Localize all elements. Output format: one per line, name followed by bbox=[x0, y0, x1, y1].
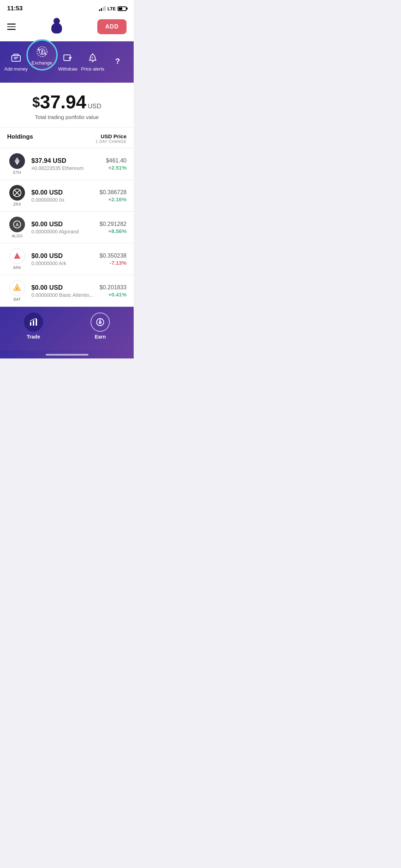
svg-rect-20 bbox=[33, 320, 34, 326]
bottom-nav-earn[interactable]: $ Earn bbox=[86, 312, 114, 340]
algo-usd: $0.00 USD bbox=[31, 221, 99, 228]
ark-usd: $0.00 USD bbox=[31, 252, 99, 260]
ark-price: $0.350238 bbox=[99, 253, 127, 259]
bat-change: +0.41% bbox=[99, 291, 127, 298]
logo-figure bbox=[50, 18, 64, 36]
svg-rect-21 bbox=[36, 319, 37, 326]
bat-label: BAT bbox=[14, 297, 21, 301]
portfolio-amount: 37.94 bbox=[40, 92, 86, 112]
ark-icon-wrapper: ARK bbox=[7, 248, 27, 270]
withdraw-icon bbox=[61, 51, 74, 64]
svg-rect-1 bbox=[14, 57, 18, 58]
ark-label: ARK bbox=[13, 265, 21, 270]
portfolio-area: $37.94USD Total trading portfolio value bbox=[0, 83, 134, 128]
zrx-icon-wrapper: ZRX bbox=[7, 185, 27, 206]
add-money-icon bbox=[10, 51, 22, 64]
holdings-column1: Holdings bbox=[7, 133, 33, 140]
ark-icon bbox=[9, 248, 25, 264]
zrx-amount: 0.00000000 0x bbox=[31, 197, 99, 203]
exchange-label: Exchange bbox=[32, 60, 52, 66]
eth-price: $461.40 bbox=[106, 157, 127, 164]
portfolio-currency: USD bbox=[88, 103, 101, 110]
svg-text:A: A bbox=[16, 222, 19, 227]
algo-icon-wrapper: A ALGO bbox=[7, 217, 27, 238]
bottom-nav: Trade $ Earn bbox=[0, 307, 134, 350]
svg-point-24 bbox=[99, 319, 101, 321]
eth-icon-wrapper: ETH bbox=[7, 153, 27, 175]
bat-price-area: $0.201833 +0.41% bbox=[99, 284, 127, 298]
algo-price-area: $0.291282 +8.56% bbox=[99, 221, 127, 234]
nav-item-price-alerts[interactable]: $ Price alerts bbox=[80, 51, 105, 72]
battery-icon bbox=[118, 6, 127, 11]
home-bar bbox=[46, 354, 88, 356]
eth-label: ETH bbox=[13, 170, 21, 175]
algo-details: $0.00 USD 0.00000000 Algorand bbox=[31, 221, 99, 234]
logo-body bbox=[51, 23, 62, 33]
eth-change: +2.51% bbox=[106, 165, 127, 171]
svg-text:$: $ bbox=[92, 56, 93, 59]
exchange-icon: ₿ bbox=[35, 45, 49, 59]
bottom-nav-trade[interactable]: Trade bbox=[19, 312, 48, 340]
holdings-header: Holdings USD Price 1 DAY CHANGE bbox=[0, 128, 134, 148]
earn-label: Earn bbox=[95, 334, 106, 340]
price-header: USD Price 1 DAY CHANGE bbox=[96, 133, 127, 144]
algo-amount: 0.00000000 Algorand bbox=[31, 229, 99, 234]
earn-icon-circle: $ bbox=[91, 312, 110, 332]
nav-banner: Add money ₿ Exchange bbox=[0, 41, 134, 83]
ark-change: -7.13% bbox=[99, 260, 127, 266]
nav-item-help[interactable]: ? bbox=[105, 55, 130, 68]
add-money-label: Add money bbox=[4, 66, 28, 72]
svg-text:₿: ₿ bbox=[41, 50, 43, 55]
eth-details: $37.94 USD ≡0.08223535 Ethereum bbox=[31, 157, 106, 171]
trade-icon-circle bbox=[24, 312, 43, 332]
price-header-main: USD Price bbox=[96, 133, 127, 139]
holding-row-ark[interactable]: ARK $0.00 USD 0.00000000 Ark $0.350238 -… bbox=[0, 243, 134, 275]
logo bbox=[50, 18, 64, 36]
status-icons: LTE bbox=[99, 6, 127, 11]
portfolio-label: Total trading portfolio value bbox=[7, 114, 127, 120]
bat-price: $0.201833 bbox=[99, 284, 127, 291]
svg-point-7 bbox=[92, 53, 93, 55]
eth-usd: $37.94 USD bbox=[31, 157, 106, 165]
bat-icon bbox=[9, 280, 25, 296]
status-time: 11:53 bbox=[7, 5, 22, 12]
add-button[interactable]: ADD bbox=[97, 19, 127, 34]
screen: 11:53 LTE ADD bbox=[0, 0, 134, 358]
price-alerts-icon: $ bbox=[86, 51, 99, 64]
svg-rect-19 bbox=[30, 322, 31, 326]
nav-item-add-money[interactable]: Add money bbox=[4, 51, 29, 72]
holding-row-eth[interactable]: ETH $37.94 USD ≡0.08223535 Ethereum $461… bbox=[0, 148, 134, 180]
zrx-price: $0.386728 bbox=[99, 189, 127, 196]
zrx-icon bbox=[9, 185, 25, 201]
ark-details: $0.00 USD 0.00000000 Ark bbox=[31, 252, 99, 266]
bat-amount: 0.00000000 Basic Attentio... bbox=[31, 292, 99, 298]
algo-label: ALGO bbox=[12, 234, 23, 238]
ark-price-area: $0.350238 -7.13% bbox=[99, 253, 127, 266]
portfolio-value: $37.94USD bbox=[7, 93, 127, 111]
dollar-sign: $ bbox=[32, 95, 40, 109]
algo-price: $0.291282 bbox=[99, 221, 127, 227]
menu-button[interactable] bbox=[7, 24, 16, 30]
price-header-sub: 1 DAY CHANGE bbox=[96, 139, 127, 144]
ark-amount: 0.00000000 Ark bbox=[31, 260, 99, 266]
svg-marker-16 bbox=[14, 253, 20, 259]
zrx-usd: $0.00 USD bbox=[31, 189, 99, 196]
nav-item-exchange[interactable]: ₿ Exchange bbox=[29, 47, 55, 76]
holding-row-zrx[interactable]: ZRX $0.00 USD 0.00000000 0x $0.386728 +2… bbox=[0, 180, 134, 212]
exchange-circle: ₿ Exchange bbox=[26, 39, 58, 71]
trade-label: Trade bbox=[27, 334, 40, 340]
withdraw-label: Withdraw bbox=[58, 66, 77, 72]
eth-icon bbox=[9, 153, 25, 169]
zrx-details: $0.00 USD 0.00000000 0x bbox=[31, 189, 99, 203]
help-icon: ? bbox=[111, 55, 124, 68]
nav-items: Add money ₿ Exchange bbox=[0, 47, 134, 76]
price-alerts-label: Price alerts bbox=[81, 66, 104, 72]
nav-item-withdraw[interactable]: Withdraw bbox=[55, 51, 80, 72]
top-header: ADD bbox=[0, 15, 134, 41]
holdings-section: Holdings USD Price 1 DAY CHANGE ETH $37.… bbox=[0, 128, 134, 307]
holding-row-algo[interactable]: A ALGO $0.00 USD 0.00000000 Algorand $0.… bbox=[0, 212, 134, 243]
svg-rect-2 bbox=[14, 58, 17, 59]
holding-row-bat[interactable]: BAT $0.00 USD 0.00000000 Basic Attentio.… bbox=[0, 275, 134, 307]
zrx-price-area: $0.386728 +2.16% bbox=[99, 189, 127, 202]
eth-price-area: $461.40 +2.51% bbox=[106, 157, 127, 171]
